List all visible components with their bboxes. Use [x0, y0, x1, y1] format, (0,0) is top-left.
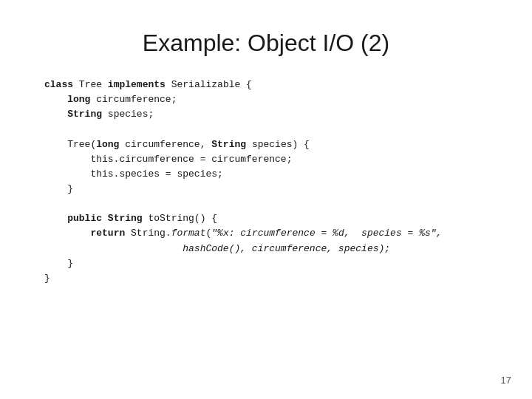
format-args: hashCode(), circumference, species); — [183, 243, 390, 254]
keyword-implements: implements — [108, 79, 166, 90]
keyword-class: class — [44, 79, 73, 90]
code-line-5: this.circumference = circumference; — [44, 152, 495, 167]
code-line-blank-1 — [44, 122, 495, 137]
code-line-10: hashCode(), circumference, species); — [44, 242, 495, 256]
code-line-6: this.species = species; — [44, 167, 495, 182]
keyword-string-2: String — [211, 139, 246, 150]
code-line-9: return String.format("%x: circumference … — [44, 226, 495, 241]
keyword-string-1: String — [67, 109, 102, 120]
code-line-3: String species; — [44, 107, 495, 122]
format-string: "%x: circumference = %d, species = %s", — [211, 228, 442, 239]
code-line-1: class Tree implements Serializable { — [44, 78, 495, 92]
code-line-11: } — [44, 256, 495, 271]
keyword-long-2: long — [96, 139, 119, 150]
code-line-4: Tree(long circumference, String species)… — [44, 137, 495, 152]
class-name: Tree — [79, 79, 102, 90]
code-line-blank-2 — [44, 197, 495, 211]
keyword-long: long — [67, 94, 90, 105]
keyword-return: return — [90, 228, 125, 239]
interface-name: Serializable — [171, 79, 241, 90]
code-line-2: long circumference; — [44, 92, 495, 107]
method-format: format — [171, 228, 206, 239]
slide-title: Example: Object I/O (2) — [37, 30, 495, 57]
code-line-7: } — [44, 182, 495, 197]
keyword-string-3: String — [108, 213, 143, 224]
code-line-8: public String toString() { — [44, 211, 495, 226]
code-block: class Tree implements Serializable { lon… — [37, 78, 495, 286]
code-line-12: } — [44, 271, 495, 286]
slide: Example: Object I/O (2) class Tree imple… — [0, 0, 532, 399]
keyword-public: public — [67, 213, 102, 224]
page-number: 17 — [501, 375, 511, 386]
